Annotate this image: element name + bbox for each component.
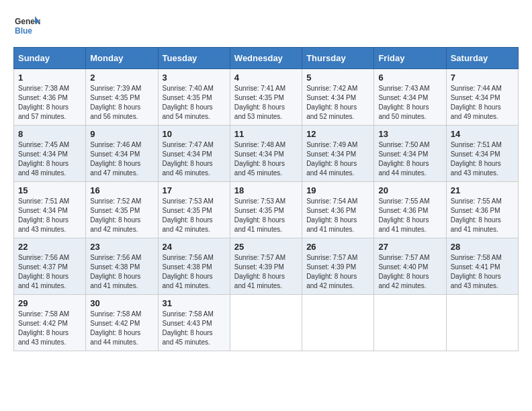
calendar-cell	[302, 295, 374, 351]
day-info: Sunrise: 7:43 AMSunset: 4:34 PMDaylight:…	[378, 84, 441, 122]
calendar-cell: 28Sunrise: 7:58 AMSunset: 4:41 PMDayligh…	[446, 238, 518, 295]
day-number: 7	[451, 73, 514, 83]
calendar-cell: 17Sunrise: 7:53 AMSunset: 4:35 PMDayligh…	[158, 182, 230, 238]
calendar-cell: 6Sunrise: 7:43 AMSunset: 4:34 PMDaylight…	[374, 69, 446, 126]
day-info: Sunrise: 7:51 AMSunset: 4:34 PMDaylight:…	[451, 140, 514, 178]
day-number: 4	[234, 73, 298, 83]
day-info: Sunrise: 7:45 AMSunset: 4:34 PMDaylight:…	[18, 140, 81, 178]
day-info: Sunrise: 7:46 AMSunset: 4:34 PMDaylight:…	[90, 140, 153, 178]
day-number: 23	[90, 242, 153, 252]
day-info: Sunrise: 7:56 AMSunset: 4:38 PMDaylight:…	[90, 253, 153, 291]
calendar-cell: 12Sunrise: 7:49 AMSunset: 4:34 PMDayligh…	[302, 126, 374, 182]
day-number: 3	[163, 73, 226, 83]
day-number: 17	[163, 185, 226, 195]
calendar-cell: 20Sunrise: 7:55 AMSunset: 4:36 PMDayligh…	[374, 182, 446, 238]
day-info: Sunrise: 7:42 AMSunset: 4:34 PMDaylight:…	[306, 84, 369, 122]
day-number: 13	[378, 129, 441, 139]
day-number: 28	[451, 242, 514, 252]
calendar-cell: 2Sunrise: 7:39 AMSunset: 4:35 PMDaylight…	[86, 69, 158, 126]
day-info: Sunrise: 7:47 AMSunset: 4:34 PMDaylight:…	[163, 140, 226, 178]
day-number: 9	[90, 129, 153, 139]
day-number: 11	[234, 129, 298, 139]
calendar-cell: 31Sunrise: 7:58 AMSunset: 4:43 PMDayligh…	[158, 295, 230, 351]
day-info: Sunrise: 7:38 AMSunset: 4:36 PMDaylight:…	[18, 84, 81, 122]
calendar-cell: 3Sunrise: 7:40 AMSunset: 4:35 PMDaylight…	[158, 69, 230, 126]
calendar-cell: 15Sunrise: 7:51 AMSunset: 4:34 PMDayligh…	[14, 182, 86, 238]
day-info: Sunrise: 7:58 AMSunset: 4:43 PMDaylight:…	[163, 310, 226, 347]
day-number: 24	[163, 242, 226, 252]
day-info: Sunrise: 7:57 AMSunset: 4:39 PMDaylight:…	[306, 253, 369, 291]
day-number: 27	[378, 242, 441, 252]
day-number: 2	[90, 73, 153, 83]
logo: General Blue	[13, 13, 40, 40]
day-info: Sunrise: 7:57 AMSunset: 4:40 PMDaylight:…	[378, 253, 441, 291]
day-info: Sunrise: 7:58 AMSunset: 4:41 PMDaylight:…	[451, 253, 514, 291]
day-number: 19	[306, 185, 369, 195]
calendar-cell: 16Sunrise: 7:52 AMSunset: 4:35 PMDayligh…	[86, 182, 158, 238]
day-info: Sunrise: 7:54 AMSunset: 4:36 PMDaylight:…	[306, 197, 369, 234]
day-info: Sunrise: 7:39 AMSunset: 4:35 PMDaylight:…	[90, 84, 153, 122]
day-info: Sunrise: 7:58 AMSunset: 4:42 PMDaylight:…	[18, 310, 81, 347]
day-number: 1	[18, 73, 81, 83]
calendar-cell: 29Sunrise: 7:58 AMSunset: 4:42 PMDayligh…	[14, 295, 86, 351]
day-info: Sunrise: 7:56 AMSunset: 4:38 PMDaylight:…	[163, 253, 226, 291]
calendar-cell	[446, 295, 518, 351]
day-info: Sunrise: 7:48 AMSunset: 4:34 PMDaylight:…	[234, 140, 298, 178]
day-info: Sunrise: 7:53 AMSunset: 4:35 PMDaylight:…	[234, 197, 298, 234]
calendar-cell: 8Sunrise: 7:45 AMSunset: 4:34 PMDaylight…	[14, 126, 86, 182]
calendar-cell: 27Sunrise: 7:57 AMSunset: 4:40 PMDayligh…	[374, 238, 446, 295]
day-number: 21	[451, 185, 514, 195]
calendar-cell: 11Sunrise: 7:48 AMSunset: 4:34 PMDayligh…	[230, 126, 302, 182]
day-number: 14	[451, 129, 514, 139]
calendar-cell: 24Sunrise: 7:56 AMSunset: 4:38 PMDayligh…	[158, 238, 230, 295]
day-number: 5	[306, 73, 369, 83]
day-number: 30	[90, 298, 153, 308]
calendar-week-row: 1Sunrise: 7:38 AMSunset: 4:36 PMDaylight…	[14, 69, 519, 126]
day-number: 18	[234, 185, 298, 195]
calendar-cell: 19Sunrise: 7:54 AMSunset: 4:36 PMDayligh…	[302, 182, 374, 238]
day-number: 26	[306, 242, 369, 252]
calendar-cell	[374, 295, 446, 351]
day-number: 6	[378, 73, 441, 83]
weekday-header-cell: Thursday	[302, 48, 374, 69]
weekday-header-row: SundayMondayTuesdayWednesdayThursdayFrid…	[14, 48, 519, 69]
day-info: Sunrise: 7:50 AMSunset: 4:34 PMDaylight:…	[378, 140, 441, 178]
page-header: General Blue	[13, 13, 519, 40]
day-info: Sunrise: 7:52 AMSunset: 4:35 PMDaylight:…	[90, 197, 153, 234]
calendar-cell: 13Sunrise: 7:50 AMSunset: 4:34 PMDayligh…	[374, 126, 446, 182]
weekday-header-cell: Monday	[86, 48, 158, 69]
day-number: 10	[163, 129, 226, 139]
day-info: Sunrise: 7:41 AMSunset: 4:35 PMDaylight:…	[234, 84, 298, 122]
day-info: Sunrise: 7:49 AMSunset: 4:34 PMDaylight:…	[306, 140, 369, 178]
calendar-cell: 25Sunrise: 7:57 AMSunset: 4:39 PMDayligh…	[230, 238, 302, 295]
calendar-cell: 26Sunrise: 7:57 AMSunset: 4:39 PMDayligh…	[302, 238, 374, 295]
calendar-cell: 23Sunrise: 7:56 AMSunset: 4:38 PMDayligh…	[86, 238, 158, 295]
calendar-cell: 21Sunrise: 7:55 AMSunset: 4:36 PMDayligh…	[446, 182, 518, 238]
day-info: Sunrise: 7:57 AMSunset: 4:39 PMDaylight:…	[234, 253, 298, 291]
weekday-header-cell: Saturday	[446, 48, 518, 69]
day-info: Sunrise: 7:51 AMSunset: 4:34 PMDaylight:…	[18, 197, 81, 234]
calendar-cell: 7Sunrise: 7:44 AMSunset: 4:34 PMDaylight…	[446, 69, 518, 126]
day-number: 15	[18, 185, 81, 195]
calendar-cell: 18Sunrise: 7:53 AMSunset: 4:35 PMDayligh…	[230, 182, 302, 238]
calendar-cell: 9Sunrise: 7:46 AMSunset: 4:34 PMDaylight…	[86, 126, 158, 182]
calendar-cell: 14Sunrise: 7:51 AMSunset: 4:34 PMDayligh…	[446, 126, 518, 182]
logo-svg: General Blue	[13, 13, 40, 40]
day-number: 29	[18, 298, 81, 308]
weekday-header-cell: Wednesday	[230, 48, 302, 69]
day-info: Sunrise: 7:58 AMSunset: 4:42 PMDaylight:…	[90, 310, 153, 347]
svg-text:Blue: Blue	[15, 26, 32, 36]
calendar-table: SundayMondayTuesdayWednesdayThursdayFrid…	[13, 47, 519, 351]
day-number: 20	[378, 185, 441, 195]
calendar-week-row: 29Sunrise: 7:58 AMSunset: 4:42 PMDayligh…	[14, 295, 519, 351]
day-info: Sunrise: 7:44 AMSunset: 4:34 PMDaylight:…	[451, 84, 514, 122]
day-number: 16	[90, 185, 153, 195]
day-info: Sunrise: 7:55 AMSunset: 4:36 PMDaylight:…	[451, 197, 514, 234]
day-info: Sunrise: 7:53 AMSunset: 4:35 PMDaylight:…	[163, 197, 226, 234]
day-number: 25	[234, 242, 298, 252]
calendar-cell	[230, 295, 302, 351]
day-number: 31	[163, 298, 226, 308]
day-info: Sunrise: 7:56 AMSunset: 4:37 PMDaylight:…	[18, 253, 81, 291]
weekday-header-cell: Tuesday	[158, 48, 230, 69]
day-info: Sunrise: 7:40 AMSunset: 4:35 PMDaylight:…	[163, 84, 226, 122]
